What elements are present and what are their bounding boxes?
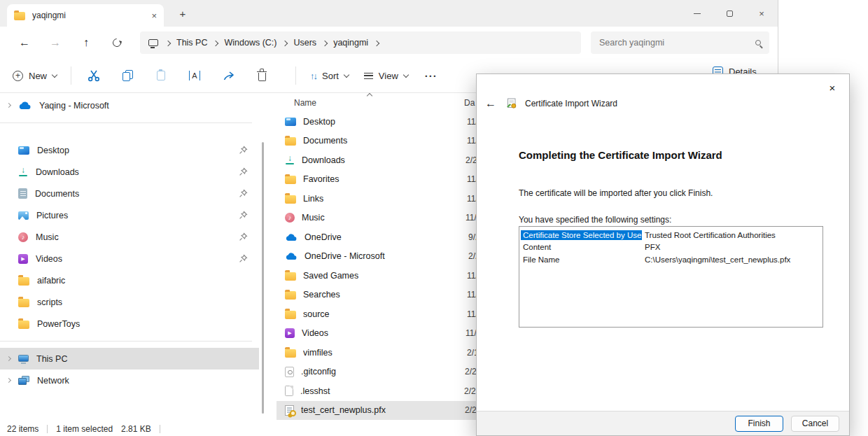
item-count: 22 items bbox=[7, 424, 38, 434]
pin-icon bbox=[239, 254, 248, 263]
sidebar-scrollbar[interactable] bbox=[262, 142, 264, 414]
cloud-icon bbox=[285, 252, 298, 260]
sidebar-item-label: aifabric bbox=[37, 276, 65, 286]
new-icon bbox=[13, 71, 23, 81]
finish-button[interactable]: Finish bbox=[735, 416, 783, 432]
minimize-button[interactable] bbox=[681, 0, 713, 27]
dialog-title: Certificate Import Wizard bbox=[525, 99, 617, 108]
breadcrumb-users[interactable]: Users bbox=[293, 38, 316, 48]
explorer-tab[interactable]: yaqingmi × bbox=[7, 4, 164, 27]
dialog-close-button[interactable]: × bbox=[824, 79, 841, 96]
column-header-name[interactable]: Name bbox=[294, 98, 464, 108]
certificate-import-wizard-dialog: × ← Certificate Import Wizard Completing… bbox=[476, 73, 850, 436]
music-icon bbox=[18, 232, 28, 242]
file-date: 2/2 bbox=[464, 386, 476, 396]
chevron-right-icon bbox=[213, 40, 218, 45]
sidebar-item-label: scripts bbox=[37, 297, 62, 307]
file-name: Music bbox=[302, 213, 458, 223]
breadcrumb-windows-c[interactable]: Windows (C:) bbox=[224, 38, 276, 48]
settings-row[interactable]: Content PFX bbox=[521, 241, 821, 254]
breadcrumb-yaqingmi[interactable]: yaqingmi bbox=[333, 38, 368, 48]
chevron-right-icon bbox=[6, 356, 11, 361]
sidebar: Yaqing - Microsoft Desktop Downloads Doc… bbox=[0, 93, 259, 421]
sidebar-item-downloads[interactable]: Downloads bbox=[0, 161, 259, 183]
dialog-back-button[interactable]: ← bbox=[484, 97, 498, 110]
window-controls: × bbox=[681, 0, 778, 27]
settings-table[interactable]: Certificate Store Selected by User Trust… bbox=[519, 226, 823, 328]
setting-value: Trusted Root Certification Authorities bbox=[642, 231, 776, 239]
sidebar-item-this-pc[interactable]: This PC bbox=[0, 348, 259, 370]
pictures-icon bbox=[18, 211, 29, 220]
folder-icon bbox=[18, 277, 29, 286]
sidebar-item-music[interactable]: Music bbox=[0, 226, 259, 248]
sidebar-item-pictures[interactable]: Pictures bbox=[0, 204, 259, 226]
desktop-icon bbox=[285, 118, 296, 126]
file-date: 11/ bbox=[465, 328, 477, 338]
sidebar-item-desktop[interactable]: Desktop bbox=[0, 139, 259, 161]
forward-button[interactable]: → bbox=[45, 32, 66, 53]
toolbar-divider bbox=[295, 66, 296, 85]
folder-icon bbox=[285, 176, 296, 184]
maximize-button[interactable] bbox=[713, 0, 746, 27]
cut-button[interactable] bbox=[83, 64, 105, 87]
pin-icon bbox=[239, 189, 248, 198]
share-button[interactable] bbox=[217, 64, 239, 87]
sidebar-item-powertoys[interactable]: PowerToys bbox=[0, 313, 259, 335]
search-input[interactable] bbox=[599, 38, 755, 48]
downloads-icon bbox=[18, 167, 28, 177]
cloud-icon bbox=[285, 233, 298, 241]
file-name: source bbox=[303, 309, 460, 319]
pin-icon bbox=[239, 211, 248, 220]
back-icon: ← bbox=[19, 36, 30, 49]
sidebar-item-label: Documents bbox=[35, 189, 79, 199]
back-icon: ← bbox=[485, 97, 496, 109]
sidebar-item-scripts[interactable]: scripts bbox=[0, 291, 259, 313]
view-button[interactable]: View bbox=[361, 66, 411, 85]
up-button[interactable]: ↑ bbox=[76, 32, 97, 53]
plus-icon: + bbox=[180, 8, 186, 20]
sidebar-item-onedrive[interactable]: Yaqing - Microsoft bbox=[0, 94, 259, 116]
chevron-right-icon bbox=[282, 40, 288, 45]
paste-button[interactable] bbox=[150, 64, 172, 87]
setting-key: File Name bbox=[521, 255, 642, 265]
sort-label: Sort bbox=[322, 71, 339, 81]
file-name: OneDrive bbox=[304, 232, 461, 242]
file-date: 2/2 bbox=[465, 405, 477, 415]
tab-bar: yaqingmi × + × bbox=[0, 0, 778, 27]
close-button[interactable]: × bbox=[746, 0, 778, 27]
this-pc-icon bbox=[148, 39, 158, 46]
forward-icon: → bbox=[50, 36, 61, 49]
minimize-icon bbox=[694, 13, 701, 14]
sidebar-item-documents[interactable]: Documents bbox=[0, 183, 259, 204]
folder-icon bbox=[18, 299, 29, 307]
delete-icon bbox=[258, 73, 266, 81]
breadcrumb-this-pc[interactable]: This PC bbox=[176, 38, 207, 48]
tab-close-icon[interactable]: × bbox=[151, 11, 157, 20]
settings-row-selected[interactable]: Certificate Store Selected by User Trust… bbox=[521, 229, 821, 241]
search-box[interactable] bbox=[591, 31, 769, 54]
copy-button[interactable] bbox=[116, 64, 139, 87]
rename-button[interactable] bbox=[183, 64, 206, 87]
dialog-footer: Finish Cancel bbox=[477, 411, 849, 435]
more-options-button[interactable] bbox=[422, 66, 440, 86]
sidebar-item-aifabric[interactable]: aifabric bbox=[0, 269, 259, 291]
settings-row[interactable]: File Name C:\Users\yaqingmi\test_cert_ne… bbox=[521, 253, 821, 266]
sidebar-item-network[interactable]: Network bbox=[0, 370, 259, 391]
refresh-button[interactable] bbox=[106, 32, 127, 53]
column-header-date[interactable]: Da bbox=[464, 98, 475, 108]
pin-icon bbox=[239, 167, 248, 176]
breadcrumb: This PC Windows (C:) Users yaqingmi bbox=[140, 31, 581, 54]
sidebar-item-videos[interactable]: Videos bbox=[0, 248, 259, 269]
view-label: View bbox=[379, 71, 398, 81]
selection-count: 1 item selected bbox=[56, 424, 113, 434]
delete-button[interactable] bbox=[251, 64, 273, 87]
back-button[interactable]: ← bbox=[14, 32, 35, 53]
new-button[interactable]: New bbox=[10, 66, 59, 85]
sort-button[interactable]: Sort bbox=[307, 66, 351, 85]
sidebar-item-label: PowerToys bbox=[37, 319, 80, 329]
new-tab-button[interactable]: + bbox=[175, 6, 190, 21]
chevron-right-icon bbox=[374, 40, 379, 45]
sidebar-item-label: Yaqing - Microsoft bbox=[39, 101, 109, 111]
status-divider bbox=[47, 425, 48, 433]
cancel-button[interactable]: Cancel bbox=[791, 416, 839, 432]
